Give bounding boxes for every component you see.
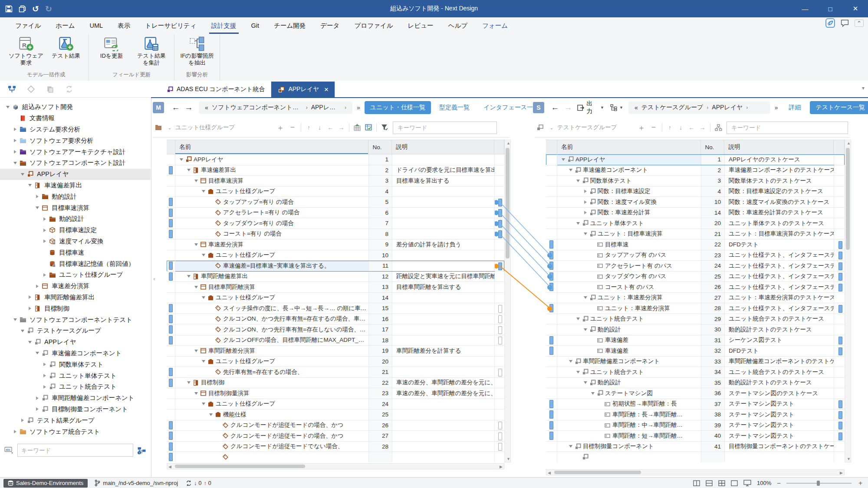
menu-tab-ヘルプ[interactable]: ヘルプ xyxy=(441,17,475,34)
tree-expand-icon[interactable] xyxy=(36,407,39,411)
row-collapse-icon[interactable] xyxy=(202,190,205,193)
row-collapse-icon[interactable] xyxy=(591,392,595,395)
right-vertical-scrollbar[interactable]: ▲ ▼ xyxy=(845,140,851,462)
row-collapse-icon[interactable] xyxy=(194,350,198,352)
table-row[interactable]: スイッチ操作の度に、長→中→短→長→… の順に車…15 xyxy=(167,303,504,314)
sidebar-item-ソフトウェアコンポーネント設計[interactable]: ソフトウェアコンポーネント設計 xyxy=(0,157,151,169)
menu-tab-データ[interactable]: データ xyxy=(313,17,347,34)
table-row[interactable]: 目標制御量演算23車速の差分、車間距離の差分を元に、目標… xyxy=(167,388,504,399)
output-button[interactable]: 出力 ▼ xyxy=(577,100,604,115)
tree-expand-icon[interactable] xyxy=(43,385,46,389)
ribbon-button-テスト結果を集計[interactable]: テスト結果 を集計 xyxy=(132,34,171,70)
row-collapse-icon[interactable] xyxy=(180,158,183,161)
table-row[interactable]: 車速差分演算9差分値の計算を請け負う xyxy=(167,239,504,250)
breadcrumb[interactable]: «ソフトウェアコンポーネント設計›APPレイヤ› xyxy=(199,101,352,114)
row-collapse-icon[interactable] xyxy=(584,296,587,299)
move-up-icon[interactable]: ↑ xyxy=(303,124,314,131)
tree-collapse-icon[interactable] xyxy=(36,206,39,209)
tree-expand-icon[interactable] xyxy=(36,285,39,288)
breadcrumb-item[interactable]: APPレイヤ xyxy=(311,104,341,111)
tree-expand-icon[interactable] xyxy=(14,139,16,142)
table-row[interactable]: APPレイヤ1APPレイヤのテストケース xyxy=(546,154,845,165)
table-row[interactable]: タップダウン有 のパス25ユニット仕様テスト、インタフェーステスト xyxy=(546,272,845,282)
sidebar-item-車速偏差コンポーネント[interactable]: 車速偏差コンポーネント xyxy=(0,348,151,359)
tree-collapse-icon[interactable] xyxy=(13,162,17,164)
center-horizontal-scrollbar[interactable]: ◀ ▶ xyxy=(167,463,504,469)
table-check-icon[interactable] xyxy=(363,122,374,133)
right-nav-back-icon[interactable]: ← xyxy=(549,103,562,112)
row-collapse-icon[interactable] xyxy=(569,445,572,448)
table-row[interactable]: タップダウン=有り の場合7 xyxy=(167,218,504,229)
table-row[interactable]: ステートマシン図36ステートマシン図のテストケース xyxy=(546,388,845,399)
menu-tab-表示[interactable]: 表示 xyxy=(110,17,138,34)
sidebar-item-テスト結果グループ[interactable]: テスト結果グループ xyxy=(0,415,151,426)
tree-expand-icon[interactable] xyxy=(43,239,46,243)
row-collapse-icon[interactable] xyxy=(194,180,198,182)
table-row[interactable]: 目標車速演算3目標車速を算出する xyxy=(167,176,504,187)
menu-tab-プロファイル[interactable]: プロファイル xyxy=(347,17,400,34)
table-row[interactable]: クルコンモードが追従モードの場合、かつ26 xyxy=(167,420,504,431)
sidebar-item-関数単体テスト[interactable]: 関数単体テスト xyxy=(0,359,151,370)
right-breadcrumb-expand[interactable]: » xyxy=(775,104,778,111)
menu-tab-チーム開発[interactable]: チーム開発 xyxy=(266,17,313,34)
row-collapse-icon[interactable] xyxy=(584,381,587,384)
row-collapse-icon[interactable] xyxy=(202,254,205,256)
layout-grid-icon[interactable] xyxy=(718,480,725,486)
table-row[interactable]: アクセラレート=有り の場合6 xyxy=(167,208,504,219)
sidebar-item-APPレイヤ[interactable]: APPレイヤ xyxy=(0,169,151,180)
column-header-no[interactable]: No. xyxy=(701,140,724,154)
table-row[interactable]: 関数：目標車速設定4関数：目標車速設定のテストケース xyxy=(546,187,845,197)
tree-expand-icon[interactable] xyxy=(43,217,46,221)
header-marker[interactable] xyxy=(834,140,844,154)
row-collapse-icon[interactable] xyxy=(576,371,580,373)
right-nav-forward-icon[interactable]: → xyxy=(562,103,575,112)
tree-collapse-icon[interactable] xyxy=(36,352,39,354)
menu-tab-Git[interactable]: Git xyxy=(244,17,267,34)
sidebar-item-ソフトウェアアーキテクチャ設計[interactable]: ソフトウェアアーキテクチャ設計 xyxy=(0,146,151,157)
column-header-name[interactable]: 名前 xyxy=(175,140,368,154)
tree-expand-icon[interactable] xyxy=(36,195,39,198)
table-row[interactable]: ユニット統合テスト29ユニット統合テストのテストケース xyxy=(546,314,845,325)
row-collapse-icon[interactable] xyxy=(576,318,580,320)
menu-tab-トレーサビリティ[interactable]: トレーサビリティ xyxy=(138,17,204,34)
table-row[interactable]: クルコンモードが追従モードの場合、かつ27 xyxy=(167,431,504,442)
table-row[interactable]: クルコンON、かつ先行車有無=存在するの場合、車間…16 xyxy=(167,314,504,325)
table-row[interactable]: 初期状態→車間距離：長37ステートマシン図テスト xyxy=(546,399,845,410)
layout-full-icon[interactable] xyxy=(731,480,738,486)
document-tab-ADAS ECU コンポーネント統合[interactable]: ADAS ECU コンポーネント統合 xyxy=(160,82,271,97)
column-header-desc[interactable]: 説明 xyxy=(724,140,834,154)
row-collapse-icon[interactable] xyxy=(576,222,580,225)
table-row[interactable]: 車間距離偏差コンポーネント33車間距離偏差コンポーネントのテストケース xyxy=(546,357,845,367)
table-row[interactable]: 目標車間距離演算13目標車間距離を算出する xyxy=(167,282,504,293)
menu-tab-フォーム[interactable]: フォーム xyxy=(475,17,515,34)
right-move-right-icon[interactable]: → xyxy=(697,124,708,131)
table-row[interactable] xyxy=(546,452,845,462)
sidebar-item-目標制御量コンポーネント[interactable]: 目標制御量コンポーネント xyxy=(0,404,151,415)
table-row[interactable]: ユニット仕様グループ4 xyxy=(167,187,504,197)
row-collapse-icon[interactable] xyxy=(569,169,572,171)
table-row[interactable]: ユニット仕様グループ20 xyxy=(167,357,504,367)
fit-screen-icon[interactable] xyxy=(743,480,751,486)
table-row[interactable]: 動的設計35動的設計テストのテストケース xyxy=(546,378,845,389)
table-row[interactable]: ユニット仕様グループ14 xyxy=(167,293,504,304)
row-collapse-icon[interactable] xyxy=(576,180,580,182)
zoom-out-icon[interactable]: − xyxy=(777,479,781,487)
zoom-in-icon[interactable]: ＋ xyxy=(857,479,864,487)
sidebar-item-目標車速[interactable]: 目標車速 xyxy=(0,247,151,258)
sidebar-item-APPレイヤ[interactable]: APPレイヤ xyxy=(0,337,151,348)
model-info-icon[interactable]: i xyxy=(137,446,146,455)
table-row[interactable]: 目標制御22車速の差分、車間距離の差分を元に、目標… xyxy=(167,378,504,389)
right-move-up-icon[interactable]: ↑ xyxy=(664,124,675,131)
tree-expand-icon[interactable] xyxy=(43,273,46,277)
tree-expand-icon[interactable] xyxy=(29,295,31,299)
sidebar-item-車速差分演算[interactable]: 車速差分演算 xyxy=(0,281,151,292)
tree-expand-icon[interactable] xyxy=(29,307,31,310)
right-scope-dropdown-icon[interactable]: ⌄ xyxy=(546,122,557,133)
menu-tab-レビュー[interactable]: レビュー xyxy=(401,17,441,34)
nav-forward-icon[interactable]: → xyxy=(182,103,195,112)
sidebar-keyword-input[interactable] xyxy=(17,444,133,457)
ribbon-button-IFの影響箇所を抽出[interactable]: IFの影響箇所 を抽出 xyxy=(177,34,217,70)
row-expand-icon[interactable] xyxy=(584,200,587,204)
breadcrumb-item[interactable]: APPレイヤ xyxy=(712,104,743,111)
move-left-icon[interactable]: ← xyxy=(325,124,336,131)
